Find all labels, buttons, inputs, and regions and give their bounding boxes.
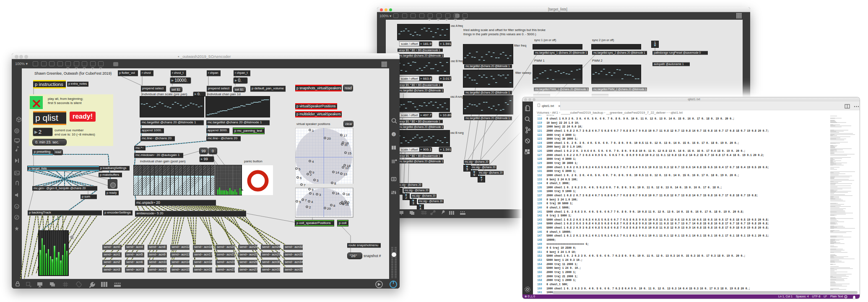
- svg-text:v: v: [16, 205, 18, 208]
- svg-text:18: 18: [346, 193, 350, 196]
- svg-text:14: 14: [335, 171, 339, 174]
- svg-text:0: 0: [343, 202, 345, 206]
- svg-text:20: 20: [327, 137, 331, 141]
- svg-text:11: 11: [344, 143, 348, 147]
- svg-text:7: 7: [304, 183, 306, 187]
- svg-text:14: 14: [335, 192, 339, 195]
- svg-text:13: 13: [343, 172, 347, 176]
- svg-text:9: 9: [312, 188, 314, 192]
- svg-text:1: 1: [312, 129, 314, 133]
- svg-text:7: 7: [305, 198, 307, 202]
- svg-text:4: 4: [312, 160, 314, 164]
- svg-text:2: 2: [310, 173, 312, 177]
- svg-text:i: i: [393, 133, 394, 136]
- svg-text:3: 3: [319, 193, 321, 197]
- svg-text:20: 20: [327, 207, 331, 211]
- svg-text:9: 9: [312, 171, 314, 174]
- svg-text:1: 1: [312, 192, 314, 196]
- svg-text:5: 5: [348, 200, 350, 204]
- svg-text:15: 15: [348, 151, 351, 155]
- svg-text:17: 17: [343, 134, 347, 138]
- svg-text:2: 2: [309, 206, 311, 209]
- svg-text:3: 3: [317, 179, 319, 182]
- svg-text:4: 4: [311, 200, 313, 204]
- svg-text:5: 5: [299, 167, 301, 171]
- svg-text:12: 12: [345, 166, 349, 170]
- svg-text:8: 8: [333, 204, 335, 208]
- svg-text:6: 6: [300, 176, 302, 180]
- svg-text:8: 8: [334, 182, 336, 185]
- svg-text:5: 5: [299, 200, 301, 204]
